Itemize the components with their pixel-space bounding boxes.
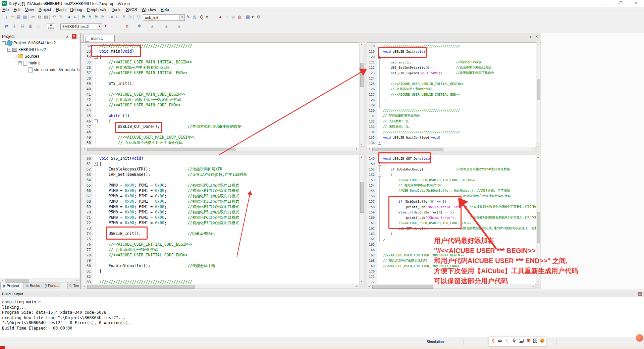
magnifier-drop-icon[interactable]: ▾ — [204, 14, 210, 20]
hscrollbar-top-right[interactable]: ◄► — [367, 147, 536, 151]
punctuation-icon[interactable]: °, — [504, 338, 510, 344]
skin-icon[interactable] — [525, 338, 531, 344]
debug-session-icon[interactable]: d — [124, 23, 130, 29]
tree-item-sources[interactable]: -Sources — [0, 53, 79, 60]
save-all-icon[interactable]: ▥ — [22, 14, 28, 20]
comment-icon[interactable]: // — [121, 14, 127, 20]
sogou-logo-icon[interactable]: S — [490, 338, 496, 344]
breakpoint-killall-icon[interactable]: ⊘ — [230, 14, 236, 20]
menu-help[interactable]: Help — [158, 7, 171, 13]
redo-icon[interactable]: ↷ — [57, 14, 63, 20]
new-file-icon[interactable]: ▯ — [3, 14, 9, 20]
menu-file[interactable]: File — [0, 7, 11, 13]
copy-icon[interactable]: ⧉ — [37, 14, 43, 20]
collapse-icon[interactable]: - — [7, 48, 11, 52]
chevron-down-icon[interactable]: ▼ — [179, 15, 184, 20]
breakpoint-enable-icon[interactable]: ◍ — [236, 14, 243, 20]
funnel-icon[interactable]: ▽ — [136, 14, 142, 20]
fold-toggle-icon[interactable]: - — [93, 118, 98, 124]
rebuild-icon[interactable]: ⇊ — [19, 23, 25, 29]
breakpoint-icon[interactable]: ● — [217, 14, 223, 20]
uncomment-icon[interactable]: /x — [127, 14, 133, 20]
tree-item-stc-usb-cdc-8h-xdata-bl-[interactable]: stc_usb_cdc_8h_xdata_bl! — [0, 66, 79, 73]
vscrollbar-top-left[interactable]: ▲▼ — [359, 42, 364, 147]
menu-view[interactable]: View — [23, 7, 36, 13]
menu-peripherals[interactable]: Peripherals — [85, 7, 110, 13]
batch-build-icon[interactable]: ⊞ — [28, 23, 34, 29]
bookmark-next-icon[interactable]: ⚑ — [93, 14, 99, 20]
vscrollbar-bottom-left[interactable]: ▲▼ — [359, 155, 364, 284]
fold-toggle-icon[interactable]: - — [377, 140, 382, 145]
bookmark-toggle-icon[interactable]: ⚑ — [80, 14, 87, 20]
chinese-mode-icon[interactable]: 中 — [497, 338, 503, 344]
hscrollbar-bottom-left[interactable]: ◄► — [82, 284, 359, 289]
fold-toggle-icon[interactable]: - — [93, 161, 98, 166]
find-icon[interactable]: ◎ — [192, 14, 198, 20]
collapse-icon[interactable]: - — [2, 41, 6, 45]
soft-keyboard-icon[interactable] — [518, 338, 524, 344]
configure-icon[interactable]: ⚙ — [256, 14, 262, 20]
indent-icon[interactable]: ⇥ — [108, 14, 114, 20]
unindent-icon[interactable]: ⇤ — [114, 14, 120, 20]
find-in-files-icon[interactable]: ✎ — [185, 14, 191, 20]
toolbox-icon[interactable] — [532, 338, 538, 344]
close-button[interactable]: ✕ — [629, 0, 644, 7]
breakpoint-disable-icon[interactable]: ○ — [224, 14, 230, 20]
window-split-icon[interactable]: ❖ — [136, 23, 142, 29]
menu-edit[interactable]: Edit — [11, 7, 23, 13]
hscrollbar-top-left[interactable]: ◄► — [82, 147, 359, 151]
quick-find-combo[interactable]: usb_init▼ — [143, 14, 185, 21]
panel-close-icon[interactable]: ✕ — [72, 34, 76, 39]
open-file-icon[interactable]: ▱ — [9, 14, 15, 20]
maximize-button[interactable]: ❐ — [613, 0, 629, 7]
collapse-icon[interactable]: - — [13, 55, 16, 58]
minimize-button[interactable]: ─ — [598, 0, 613, 7]
save-icon[interactable]: ▤ — [15, 14, 21, 20]
fold-toggle-icon[interactable]: - — [377, 172, 382, 177]
analysis2-icon[interactable]: ▲ — [163, 23, 169, 29]
vertical-splitter[interactable] — [364, 42, 367, 289]
horizontal-splitter[interactable] — [82, 151, 540, 155]
menu-debug[interactable]: Debug — [68, 7, 85, 13]
target-select-combo[interactable]: 8H8K64U-test2▼ — [60, 23, 102, 30]
bookmark-clear-icon[interactable]: ⚑ — [100, 14, 106, 20]
translate-icon[interactable]: ⇄ — [3, 23, 9, 29]
download-icon[interactable]: ▦LOAD — [47, 23, 55, 31]
window-layout-drop-icon[interactable]: ▾ — [250, 14, 256, 20]
tab-list-icon[interactable]: ▼ — [529, 36, 532, 39]
expand-icon[interactable]: + — [18, 61, 22, 65]
analysis1-icon[interactable]: ▲ — [149, 23, 155, 29]
tree-item-project-8h8k64u-test2[interactable]: -Project: 8H8K64U-test2 — [0, 40, 79, 46]
tree-item-main-c[interactable]: +main.c — [0, 60, 79, 66]
pin-icon[interactable]: ⊼ — [66, 34, 69, 39]
chevron-down-icon[interactable]: ▼ — [97, 24, 102, 30]
menu-flash[interactable]: Flash — [53, 7, 68, 13]
menu-tools[interactable]: Tools — [110, 7, 124, 13]
build-output-pin-icon[interactable]: ⊼ — [638, 292, 642, 296]
build-icon[interactable]: ⇓ — [11, 23, 17, 29]
menu-window[interactable]: Window — [139, 7, 158, 13]
vscrollbar-top-right[interactable]: ▲▼ — [536, 42, 540, 147]
tab-close-icon[interactable]: ✕ — [535, 35, 538, 39]
forward-icon[interactable]: ► — [72, 14, 78, 20]
project-panel-hscrollbar[interactable]: ◄► — [0, 278, 79, 283]
bookmark-prev-icon[interactable]: ⚑ — [87, 14, 93, 20]
menu-svcs[interactable]: SVCS — [124, 7, 140, 13]
emoji-icon[interactable] — [539, 338, 545, 344]
panel-tab-project[interactable]: ▤Project — [0, 283, 21, 289]
cut-icon[interactable]: ✂ — [30, 14, 36, 20]
ime-assistant-icon[interactable] — [636, 334, 643, 342]
menu-project[interactable]: Project — [36, 7, 53, 13]
options-target-icon[interactable]: ✦ — [103, 23, 109, 29]
panel-tab-func[interactable]: {}Func... — [43, 283, 61, 289]
undo-icon[interactable]: ↶ — [51, 14, 57, 20]
microphone-icon[interactable] — [511, 338, 517, 344]
stop-build-icon[interactable]: ◻ — [36, 23, 42, 29]
code-pane-bottom-left[interactable]: 60void SYS_Init(void)61-{62 EnableAccess… — [82, 155, 359, 284]
tree-item-8h8k64u-test2[interactable]: -8H8K64U-test2 — [0, 46, 79, 53]
build-output-content[interactable]: compiling main.c...linking...Program Siz… — [0, 291, 644, 338]
paste-icon[interactable]: ▨ — [43, 14, 49, 20]
analysis3-icon[interactable]: ▲ — [176, 23, 182, 29]
panel-tab-books[interactable]: ▥Books — [23, 283, 42, 289]
tab-main-c[interactable]: main.c — [83, 35, 115, 43]
